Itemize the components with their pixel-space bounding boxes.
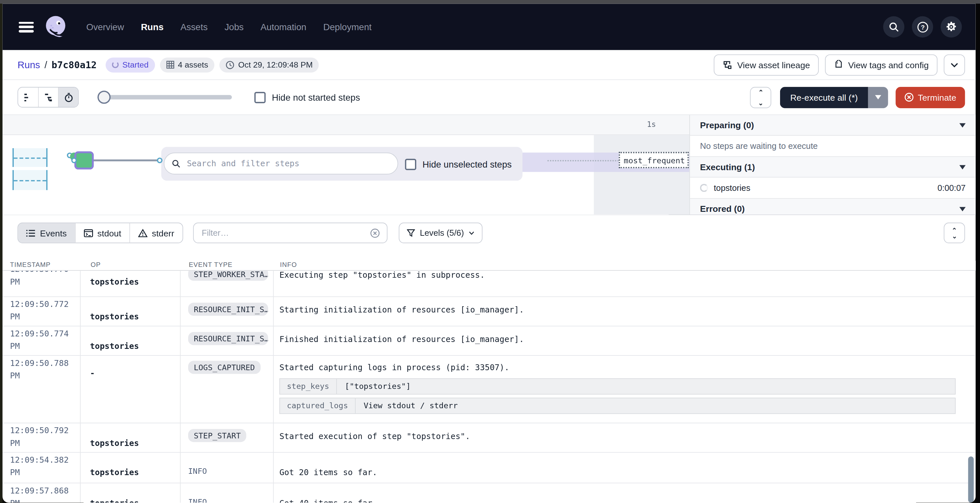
flat-view-icon[interactable] [18,88,38,107]
clear-filter-icon[interactable] [370,228,380,238]
event-row[interactable]: 12:09:54.382PMtopstoriesINFOGot 20 items… [3,453,976,483]
spinner-icon [112,61,119,68]
assets-badge[interactable]: 4 assets [160,57,215,72]
nav-item-runs[interactable]: Runs [141,22,164,32]
nav-item-deployment[interactable]: Deployment [323,22,372,32]
gantt-connector-node [71,158,77,163]
tab-events[interactable]: Events [18,223,75,243]
metadata-value: ["topstories"] [337,380,418,393]
nav-links: OverviewRunsAssetsJobsAutomationDeployme… [86,22,372,32]
errored-section-header[interactable]: Errored (0) [690,199,975,215]
log-filter-bar: Eventsstdoutstderr Levels (5/6) ⌃⌃ [3,215,976,261]
chevron-down-icon [959,165,966,169]
hide-not-started-label: Hide not started steps [272,92,360,102]
event-op: topstories [80,483,180,503]
events-scrollbar-thumb[interactable] [968,457,974,503]
event-info: Starting initialization of resources [io… [273,297,975,326]
view-stdout-stderr-link[interactable]: View stdout / stderr [356,400,466,412]
gantt-dotted-connector [547,160,619,161]
chevron-down-icon [959,207,966,211]
help-icon[interactable]: ? [912,16,933,38]
reexecute-split-button: Re-execute all (*) [780,87,888,108]
gantt-step-not-started[interactable] [13,170,48,190]
clock-icon [226,60,235,69]
gantt-zoom-slider[interactable] [97,91,232,103]
log-filter-box [193,223,387,243]
gantt-section: 1s [3,115,976,215]
levels-dropdown[interactable]: Levels (5/6) [399,223,483,243]
log-panel-resize-button[interactable]: ⌃⌃ [943,223,965,243]
step-search-input[interactable] [186,158,390,169]
event-row[interactable]: 12:09:50.774PMtopstoriesRESOURCE_INIT_S…… [3,326,976,356]
terminal-icon [84,229,93,237]
log-filter-input[interactable] [200,228,370,238]
time-tick-label: 1s [647,120,656,129]
tab-stdout[interactable]: stdout [75,223,129,243]
reexecute-all-button[interactable]: Re-execute all (*) [780,87,868,108]
executing-section-header[interactable]: Executing (1) [690,157,975,178]
step-status-panel: Preparing (0) No steps are waiting to ex… [689,115,975,215]
app-window: OverviewRunsAssetsJobsAutomationDeployme… [3,3,976,503]
gantt-time-axis: 1s [3,115,690,135]
gantt-toolbar: Hide not started steps ⌃⌃ Re-execute all… [3,80,976,115]
slider-handle[interactable] [97,91,110,103]
hide-unselected-checkbox[interactable] [405,159,416,170]
event-row[interactable]: 12:09:57.868PMtopstoriesINFOGot 40 items… [3,483,976,503]
event-row[interactable]: 12:09:50.792PMtopstoriesSTEP_STARTStarte… [3,423,976,453]
chevron-down-icon [950,62,958,67]
search-icon [172,159,181,168]
top-nav: OverviewRunsAssetsJobsAutomationDeployme… [3,3,976,50]
spinner-icon [700,184,708,192]
window-scrollbar-track[interactable] [976,3,980,503]
event-row[interactable]: 12:09:50.772PMtopstoriesRESOURCE_INIT_S…… [3,297,976,326]
run-header: Runs / b7c80a12 Started 4 assets Oct 29,… [3,50,976,80]
nav-item-assets[interactable]: Assets [180,22,207,32]
terminate-button[interactable]: Terminate [896,87,965,108]
chevron-down-icon [959,123,966,127]
breadcrumb-separator: / [45,59,47,70]
header-more-actions-button[interactable] [943,54,965,75]
waterfall-view-icon[interactable] [38,88,58,107]
start-time-badge: Oct 29, 12:09:48 PM [219,57,319,72]
gantt-step-running-selected[interactable] [75,151,94,169]
tab-stderr[interactable]: stderr [129,223,183,243]
timer-view-icon[interactable] [58,88,78,107]
gantt-view-mode-group [18,87,79,108]
event-type: INFO [180,483,273,503]
view-asset-lineage-button[interactable]: View asset lineage [714,54,819,75]
search-icon[interactable] [883,16,904,38]
event-timestamp: 12:09:50.770PM [3,271,80,296]
nav-item-overview[interactable]: Overview [86,22,124,32]
event-op: - [80,356,180,423]
events-table-rows: 12:09:50.770PMtopstoriesSTEP_WORKER_STA…… [3,271,976,503]
event-op: topstories [80,271,180,296]
breadcrumb-runs-link[interactable]: Runs [18,59,40,70]
preparing-section-header[interactable]: Preparing (0) [690,115,975,136]
event-row[interactable]: 12:09:50.788PM-LOGS_CAPTUREDStarted capt… [3,356,976,423]
gantt-connector-node [157,158,162,163]
event-info: Got 40 items so far. [273,483,975,503]
lineage-icon [722,60,733,70]
event-row[interactable]: 12:09:50.770PMtopstoriesSTEP_WORKER_STA…… [3,271,976,297]
view-tags-config-button[interactable]: View tags and config [825,54,937,75]
event-type: LOGS_CAPTURED [180,356,273,423]
nav-item-jobs[interactable]: Jobs [224,22,243,32]
reexecute-dropdown-button[interactable] [868,87,888,108]
hamburger-menu-icon[interactable] [19,22,34,32]
gear-icon[interactable] [941,16,962,38]
event-type: STEP_WORKER_STA… [180,271,273,296]
event-timestamp: 12:09:54.382PM [3,453,80,483]
event-metadata-table: step_keys["topstories"]captured_logsView… [279,379,955,414]
metadata-key: captured_logs [280,398,355,414]
event-timestamp: 12:09:50.792PM [3,423,80,452]
gantt-node-most-frequent[interactable]: most_frequent [619,152,689,168]
nav-item-automation[interactable]: Automation [261,22,307,32]
run-id: b7c80a12 [51,59,97,70]
metadata-key: step_keys [280,379,337,394]
executing-step-row[interactable]: topstories 0:00:07 [690,178,975,199]
dagster-logo-icon [43,13,70,41]
events-table-header: TIMESTAMP OP EVENT TYPE INFO [3,261,976,271]
hide-not-started-checkbox[interactable] [255,91,266,103]
gantt-step-not-started[interactable] [13,148,48,167]
expand-collapse-button[interactable]: ⌃⌃ [750,87,772,108]
